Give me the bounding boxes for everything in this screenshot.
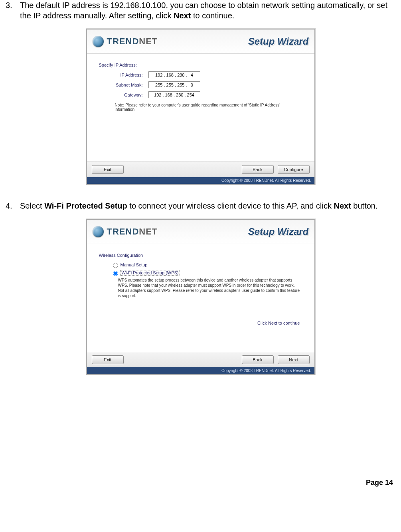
continue-text: Click Next to continue (99, 321, 302, 325)
back-button[interactable]: Back (242, 355, 274, 364)
brand-net: NET (139, 36, 158, 46)
radio-wps-input[interactable] (113, 271, 118, 276)
step-text: Select Wi-Fi Protected Setup to connect … (20, 201, 378, 211)
wizard-body: Wireless Configuration Manual Setup Wi-F… (87, 244, 314, 352)
page-number: Page 14 (6, 479, 395, 487)
wizard-footer: Copyright © 2008 TRENDnet. All Rights Re… (87, 177, 314, 184)
brand-text: TRENDNET (107, 36, 158, 47)
ip-label: IP Address: (99, 73, 148, 77)
step3-text-b: to continue. (191, 11, 234, 20)
subnet-mask-field[interactable] (148, 81, 200, 88)
wizard-title: Setup Wizard (248, 226, 309, 237)
wizard-header: TRENDNET Setup Wizard (87, 30, 314, 54)
configure-button[interactable]: Configure (278, 165, 310, 174)
brand-trend: TREND (107, 227, 139, 236)
brand-net: NET (139, 227, 158, 236)
step4-text-a: Select (20, 201, 44, 210)
back-button[interactable]: Back (242, 165, 274, 174)
radio-manual-label: Manual Setup (120, 262, 148, 267)
radio-manual-input[interactable] (113, 263, 118, 268)
brand: TRENDNET (93, 36, 158, 47)
wizard-header: TRENDNET Setup Wizard (87, 220, 314, 244)
radio-manual-setup[interactable]: Manual Setup (111, 262, 302, 268)
step-number: 3. (6, 0, 20, 21)
gateway-field[interactable] (148, 91, 200, 98)
step-number: 4. (6, 201, 20, 211)
brand-logo-icon (93, 36, 104, 47)
step4-bold1: Wi-Fi Protected Setup (44, 201, 127, 210)
radio-wps-setup[interactable]: Wi-Fi Protected Setup (WPS) (111, 270, 302, 276)
brand-text: TRENDNET (107, 227, 158, 237)
radio-wps-label: Wi-Fi Protected Setup (WPS) (120, 270, 180, 276)
static-ip-note: Note: Please refer to your computer's us… (115, 103, 298, 112)
section-title: Specify IP Address: (99, 63, 302, 67)
wizard-wireless: TRENDNET Setup Wizard Wireless Configura… (86, 219, 315, 375)
wizard-button-bar: Exit Back Configure (87, 162, 314, 177)
brand-trend: TREND (107, 36, 139, 46)
wizard-body: Specify IP Address: IP Address: Subnet M… (87, 54, 314, 162)
step-text: The default IP address is 192.168.10.100… (20, 0, 395, 21)
step4-text-b: button. (351, 201, 378, 210)
subnet-label: Subnet Mask: (99, 83, 148, 87)
wps-note: WPS automates the setup process between … (118, 278, 302, 298)
gateway-label: Gateway: (99, 93, 148, 97)
step4-text-mid: to connect your wireless client device t… (127, 201, 334, 210)
step4-bold2: Next (334, 201, 351, 210)
section-title: Wireless Configuration (99, 253, 302, 258)
wizard-button-bar: Exit Back Next (87, 352, 314, 367)
exit-button[interactable]: Exit (92, 355, 124, 364)
step-3: 3. The default IP address is 192.168.10.… (6, 0, 395, 21)
wizard-ip: TRENDNET Setup Wizard Specify IP Address… (86, 29, 315, 185)
wizard-footer: Copyright © 2008 TRENDnet. All Rights Re… (87, 367, 314, 374)
wizard-title: Setup Wizard (248, 36, 309, 47)
step3-bold: Next (174, 11, 191, 20)
ip-address-field[interactable] (148, 71, 200, 78)
brand: TRENDNET (93, 226, 158, 237)
exit-button[interactable]: Exit (92, 165, 124, 174)
next-button[interactable]: Next (278, 355, 310, 364)
brand-logo-icon (93, 226, 104, 237)
step-4: 4. Select Wi-Fi Protected Setup to conne… (6, 201, 395, 211)
